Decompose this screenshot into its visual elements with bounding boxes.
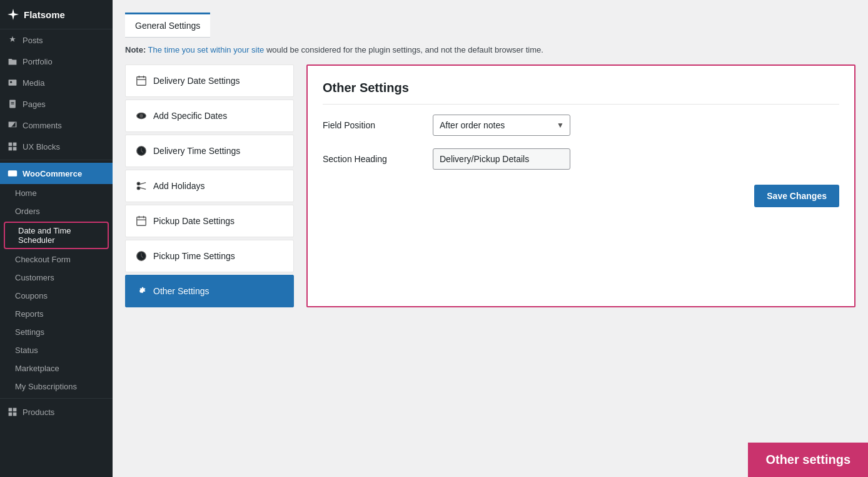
sidebar-sub-checkout[interactable]: Checkout Form: [0, 250, 113, 269]
scissors-icon: [136, 180, 147, 192]
svg-rect-11: [13, 408, 17, 412]
sidebar-item-media[interactable]: Media: [0, 72, 113, 93]
sidebar-item-label: UX Blocks: [23, 142, 60, 151]
sidebar-sub-reports[interactable]: Reports: [0, 305, 113, 323]
field-position-row: Field Position After order notesBefore o…: [323, 115, 839, 136]
eye-icon: [136, 110, 147, 121]
sidebar-sub-datetime[interactable]: Date and Time Scheduler: [4, 222, 109, 249]
field-position-select[interactable]: After order notesBefore order notesAfter…: [433, 115, 570, 136]
svg-rect-10: [9, 408, 13, 412]
media-icon: [8, 78, 18, 88]
sidebar: Flatsome Posts Portfolio Media Pages Com…: [0, 0, 113, 477]
nav-delivery-date[interactable]: Delivery Date Settings: [125, 64, 294, 97]
svg-line-23: [139, 183, 146, 185]
svg-point-21: [137, 187, 140, 190]
svg-point-19: [140, 115, 143, 118]
nav-item-label: Pickup Date Settings: [153, 216, 235, 226]
sidebar-item-portfolio[interactable]: Portfolio: [0, 51, 113, 72]
sidebar-divider-2: [0, 398, 113, 399]
svg-rect-5: [9, 143, 13, 146]
flatsome-icon: [8, 9, 19, 20]
svg-rect-12: [9, 413, 13, 416]
gear-icon: [136, 285, 147, 297]
svg-rect-25: [137, 217, 146, 226]
sidebar-sub-orders[interactable]: Orders: [0, 202, 113, 220]
field-position-control: After order notesBefore order notesAfter…: [433, 115, 633, 136]
tab-bar: General Settings: [125, 13, 210, 38]
folder-icon: [8, 56, 18, 66]
nav-item-label: Add Holidays: [153, 181, 205, 191]
note-suffix: would be considered for the plugin setti…: [266, 45, 543, 54]
sidebar-sub-subscriptions[interactable]: My Subscriptions: [0, 377, 113, 396]
note-link[interactable]: The time you set within your site: [148, 45, 265, 54]
save-changes-button[interactable]: Save Changes: [754, 185, 839, 207]
sidebar-products-label: Products: [23, 408, 54, 417]
svg-point-22: [137, 182, 140, 185]
section-heading-row: Section Heading: [323, 148, 839, 170]
svg-rect-14: [137, 77, 146, 86]
field-position-select-wrapper: After order notesBefore order notesAfter…: [433, 115, 570, 136]
svg-rect-8: [13, 147, 17, 151]
comments-icon: [8, 120, 18, 130]
sidebar-sub-status[interactable]: Status: [0, 341, 113, 359]
nav-item-label: Pickup Time Settings: [153, 251, 235, 261]
floating-other-settings-badge[interactable]: Other settings: [748, 443, 868, 477]
clock-2-icon: [136, 250, 147, 262]
svg-rect-7: [9, 147, 13, 151]
sidebar-item-label: Media: [23, 78, 44, 88]
sidebar-item-pages[interactable]: Pages: [0, 93, 113, 115]
nav-pickup-date[interactable]: Pickup Date Settings: [125, 205, 294, 237]
right-panel: Other Settings Field Position After orde…: [306, 64, 855, 307]
woocommerce-label: WooCommerce: [23, 169, 82, 178]
sidebar-item-label: Portfolio: [23, 57, 53, 66]
svg-point-1: [10, 81, 12, 83]
sidebar-item-comments[interactable]: Comments: [0, 115, 113, 136]
sidebar-sub-settings[interactable]: Settings: [0, 323, 113, 341]
nav-item-label: Delivery Date Settings: [153, 76, 240, 86]
note-bar: Note: The time you set within your site …: [125, 38, 855, 64]
panel-title: Other Settings: [323, 81, 839, 105]
calendar-icon: [136, 75, 147, 86]
nav-item-label: Add Specific Dates: [153, 111, 227, 121]
sidebar-item-uxblocks[interactable]: UX Blocks: [0, 136, 113, 157]
svg-rect-13: [13, 413, 17, 416]
nav-add-specific-dates[interactable]: Add Specific Dates: [125, 100, 294, 132]
products-icon: [8, 407, 18, 417]
woocommerce-icon: [8, 168, 18, 178]
nav-pickup-time[interactable]: Pickup Time Settings: [125, 240, 294, 272]
sidebar-sub-home[interactable]: Home: [0, 184, 113, 202]
sidebar-item-woocommerce[interactable]: WooCommerce: [0, 163, 113, 184]
note-prefix: Note:: [125, 45, 146, 54]
section-heading-label: Section Heading: [323, 154, 423, 164]
nav-add-holidays[interactable]: Add Holidays: [125, 170, 294, 202]
section-heading-input[interactable]: [433, 148, 570, 170]
nav-other-settings[interactable]: Other Settings: [125, 275, 294, 307]
nav-delivery-time[interactable]: Delivery Time Settings: [125, 135, 294, 167]
nav-item-label: Delivery Time Settings: [153, 146, 240, 156]
sidebar-divider: [0, 160, 113, 160]
main-content: General Settings Note: The time you set …: [113, 0, 868, 477]
pages-icon: [8, 99, 18, 109]
tab-general-settings[interactable]: General Settings: [125, 13, 210, 37]
calendar-2-icon: [136, 215, 147, 227]
sidebar-item-products[interactable]: Products: [0, 401, 113, 423]
svg-line-24: [139, 188, 146, 190]
blocks-icon: [8, 141, 18, 151]
sidebar-item-label: Comments: [23, 121, 62, 130]
sidebar-sub-marketplace[interactable]: Marketplace: [0, 359, 113, 377]
field-position-label: Field Position: [323, 120, 423, 130]
pin-icon: [8, 35, 18, 45]
sidebar-logo[interactable]: Flatsome: [0, 0, 113, 29]
sidebar-item-label: Posts: [23, 36, 43, 45]
left-nav: Delivery Date Settings Add Specific Date…: [125, 64, 294, 307]
sidebar-sub-customers[interactable]: Customers: [0, 269, 113, 287]
content-area: Delivery Date Settings Add Specific Date…: [125, 64, 855, 307]
sidebar-logo-label: Flatsome: [24, 9, 65, 20]
sidebar-item-posts[interactable]: Posts: [0, 29, 113, 51]
nav-item-label: Other Settings: [153, 286, 209, 296]
svg-rect-9: [8, 170, 17, 177]
section-heading-control: [433, 148, 633, 170]
svg-rect-0: [9, 80, 17, 86]
svg-rect-6: [13, 143, 17, 146]
sidebar-sub-coupons[interactable]: Coupons: [0, 287, 113, 305]
